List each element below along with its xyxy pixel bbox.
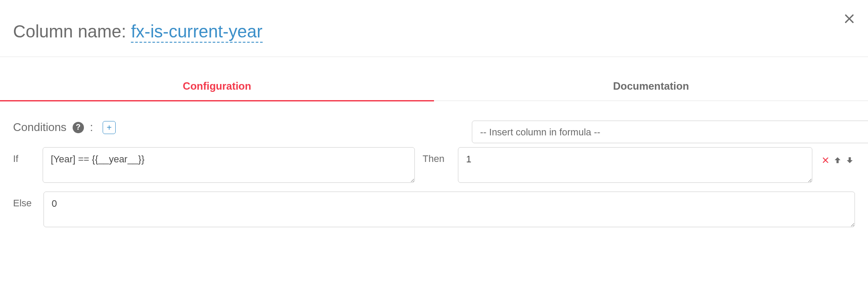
else-label: Else xyxy=(13,192,36,209)
then-value-input[interactable] xyxy=(458,147,812,183)
else-value-input[interactable] xyxy=(43,192,855,227)
rule-row: If Then xyxy=(13,147,855,183)
close-icon[interactable] xyxy=(841,11,857,27)
else-row: Else xyxy=(13,192,855,227)
tab-documentation[interactable]: Documentation xyxy=(434,72,868,101)
dialog-header: Column name: fx-is-current-year xyxy=(0,0,868,57)
tab-bar: Configuration Documentation xyxy=(0,72,868,101)
delete-rule-icon[interactable] xyxy=(820,155,831,165)
conditions-colon: : xyxy=(90,121,93,134)
if-label: If xyxy=(13,147,35,165)
help-icon[interactable]: ? xyxy=(73,122,84,133)
tab-configuration[interactable]: Configuration xyxy=(0,72,434,101)
then-label: Then xyxy=(423,147,450,165)
move-up-icon[interactable] xyxy=(832,155,843,165)
page-title: Column name: fx-is-current-year xyxy=(13,22,855,41)
content-area: Conditions ? : + -- Insert column in for… xyxy=(0,101,868,249)
insert-column-select-wrap: -- Insert column in formula -- xyxy=(472,121,868,143)
if-condition-input[interactable] xyxy=(43,147,415,183)
add-condition-button[interactable]: + xyxy=(103,121,116,134)
column-name-value[interactable]: fx-is-current-year xyxy=(131,22,262,43)
column-name-label: Column name: xyxy=(13,22,131,41)
move-down-icon[interactable] xyxy=(845,155,855,165)
row-actions xyxy=(820,147,855,165)
insert-column-select[interactable]: -- Insert column in formula -- xyxy=(472,121,868,143)
conditions-label: Conditions xyxy=(13,121,67,134)
header-divider xyxy=(0,57,868,57)
